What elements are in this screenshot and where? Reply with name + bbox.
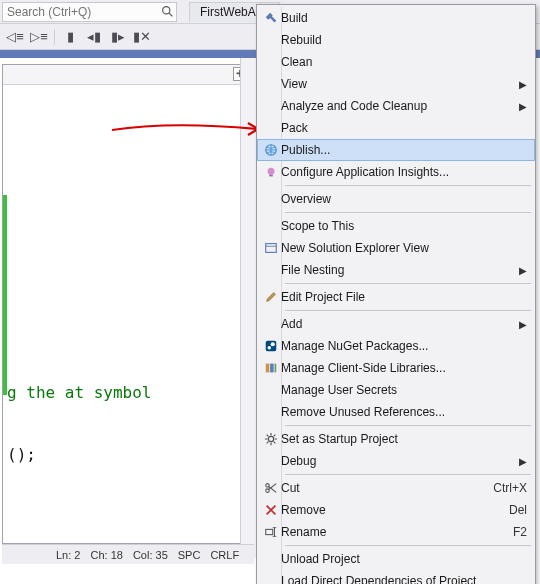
- menu-item-label: Build: [281, 11, 527, 25]
- menu-item-manage-user-secrets[interactable]: Manage User Secrets: [257, 379, 535, 401]
- menu-item-manage-nuget-packages[interactable]: Manage NuGet Packages...: [257, 335, 535, 357]
- status-bar: Ln: 2 Ch: 18 Col: 35 SPC CRLF: [2, 544, 254, 564]
- menu-item-analyze-and-code-cleanup[interactable]: Analyze and Code Cleanup▶: [257, 95, 535, 117]
- svg-point-8: [268, 346, 272, 350]
- menu-item-file-nesting[interactable]: File Nesting▶: [257, 259, 535, 281]
- menu-item-build[interactable]: Build: [257, 7, 535, 29]
- menu-item-label: Remove: [281, 503, 509, 517]
- menu-item-clean[interactable]: Clean: [257, 51, 535, 73]
- search-box[interactable]: [2, 2, 177, 22]
- menu-item-label: Add: [281, 317, 519, 331]
- submenu-arrow-icon: ▶: [519, 265, 527, 276]
- svg-rect-16: [266, 529, 273, 534]
- search-input[interactable]: [3, 5, 161, 19]
- bookmark-icon[interactable]: ▮: [61, 28, 79, 46]
- status-ch: Ch: 18: [90, 549, 122, 561]
- rename-icon: [261, 524, 281, 540]
- editor-line-comment: g the at symbol: [7, 383, 152, 402]
- blank-icon: [261, 316, 281, 332]
- menu-item-label: Clean: [281, 55, 527, 69]
- menu-item-label: Cut: [281, 481, 493, 495]
- separator: [54, 29, 55, 45]
- blank-icon: [261, 120, 281, 136]
- menu-item-new-solution-explorer-view[interactable]: New Solution Explorer View: [257, 237, 535, 259]
- menu-item-set-as-startup-project[interactable]: Set as Startup Project: [257, 428, 535, 450]
- menu-item-rebuild[interactable]: Rebuild: [257, 29, 535, 51]
- submenu-arrow-icon: ▶: [519, 319, 527, 330]
- menu-separator: [285, 425, 531, 426]
- search-icon[interactable]: [161, 5, 176, 18]
- outdent-icon[interactable]: ◁≡: [6, 28, 24, 46]
- svg-point-9: [271, 342, 275, 346]
- menu-item-label: Remove Unused References...: [281, 405, 527, 419]
- scissors-icon: [261, 480, 281, 496]
- menu-item-label: Rename: [281, 525, 513, 539]
- menu-item-label: Set as Startup Project: [281, 432, 527, 446]
- menu-item-edit-project-file[interactable]: Edit Project File: [257, 286, 535, 308]
- blank-icon: [261, 32, 281, 48]
- clear-bookmarks-icon[interactable]: ▮✕: [133, 28, 151, 46]
- menu-separator: [285, 545, 531, 546]
- menu-separator: [285, 185, 531, 186]
- menu-item-label: Manage NuGet Packages...: [281, 339, 527, 353]
- x-icon: [261, 502, 281, 518]
- submenu-arrow-icon: ▶: [519, 101, 527, 112]
- menu-item-label: Rebuild: [281, 33, 527, 47]
- submenu-arrow-icon: ▶: [519, 456, 527, 467]
- menu-item-add[interactable]: Add▶: [257, 313, 535, 335]
- menu-item-rename[interactable]: RenameF2: [257, 521, 535, 543]
- menu-item-label: Scope to This: [281, 219, 527, 233]
- menu-separator: [285, 474, 531, 475]
- menu-item-label: Load Direct Dependencies of Project: [281, 574, 527, 584]
- menu-item-label: Publish...: [281, 143, 527, 157]
- next-bookmark-icon[interactable]: ▮▸: [109, 28, 127, 46]
- menu-item-manage-client-side-libraries[interactable]: Manage Client-Side Libraries...: [257, 357, 535, 379]
- globe-icon: [261, 142, 281, 158]
- editor-nav-bar: [3, 65, 251, 85]
- menu-item-scope-to-this[interactable]: Scope to This: [257, 215, 535, 237]
- menu-item-unload-project[interactable]: Unload Project: [257, 548, 535, 570]
- menu-shortcut: Del: [509, 503, 527, 517]
- menu-item-remove-unused-references[interactable]: Remove Unused References...: [257, 401, 535, 423]
- svg-rect-7: [266, 341, 277, 352]
- menu-item-view[interactable]: View▶: [257, 73, 535, 95]
- status-col: Col: 35: [133, 549, 168, 561]
- menu-item-pack[interactable]: Pack: [257, 117, 535, 139]
- menu-separator: [285, 283, 531, 284]
- menu-item-label: Manage User Secrets: [281, 383, 527, 397]
- blank-icon: [261, 573, 281, 584]
- blank-icon: [261, 453, 281, 469]
- menu-item-configure-application-insights[interactable]: Configure Application Insights...: [257, 161, 535, 183]
- submenu-arrow-icon: ▶: [519, 79, 527, 90]
- blank-icon: [261, 76, 281, 92]
- menu-item-label: Pack: [281, 121, 527, 135]
- menu-item-overview[interactable]: Overview: [257, 188, 535, 210]
- indent-icon[interactable]: ▷≡: [30, 28, 48, 46]
- bulb-icon: [261, 164, 281, 180]
- menu-item-debug[interactable]: Debug▶: [257, 450, 535, 472]
- blank-icon: [261, 551, 281, 567]
- svg-rect-5: [266, 244, 277, 253]
- menu-item-remove[interactable]: RemoveDel: [257, 499, 535, 521]
- menu-separator: [285, 212, 531, 213]
- menu-item-cut[interactable]: CutCtrl+X: [257, 477, 535, 499]
- menu-item-label: Edit Project File: [281, 290, 527, 304]
- lib-icon: [261, 360, 281, 376]
- blank-icon: [261, 98, 281, 114]
- blank-icon: [261, 54, 281, 70]
- svg-rect-12: [275, 364, 277, 373]
- blank-icon: [261, 191, 281, 207]
- menu-item-load-direct-dependencies-of-project[interactable]: Load Direct Dependencies of Project: [257, 570, 535, 584]
- change-marker: [3, 195, 7, 395]
- context-menu[interactable]: BuildRebuildCleanView▶Analyze and Code C…: [256, 4, 536, 584]
- svg-rect-10: [266, 364, 270, 373]
- blank-icon: [261, 262, 281, 278]
- menu-item-publish[interactable]: Publish...: [257, 139, 535, 161]
- menu-item-label: New Solution Explorer View: [281, 241, 527, 255]
- status-spc: SPC: [178, 549, 201, 561]
- menu-item-label: Overview: [281, 192, 527, 206]
- menu-shortcut: Ctrl+X: [493, 481, 527, 495]
- window-icon: [261, 240, 281, 256]
- prev-bookmark-icon[interactable]: ◂▮: [85, 28, 103, 46]
- menu-item-label: Configure Application Insights...: [281, 165, 527, 179]
